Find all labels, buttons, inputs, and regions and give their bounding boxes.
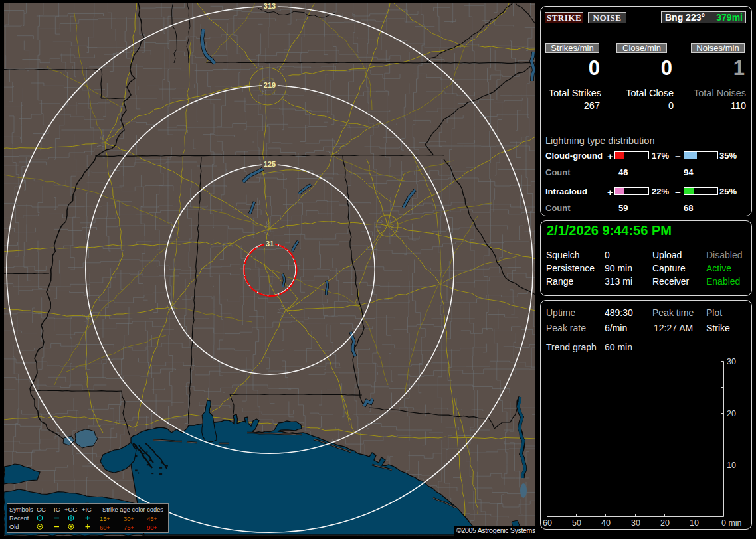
svg-text:60: 60: [543, 518, 552, 528]
svg-text:45+: 45+: [147, 516, 157, 522]
svg-text:20: 20: [727, 409, 736, 418]
svg-text:30+: 30+: [124, 516, 134, 522]
svg-text:60+: 60+: [100, 524, 110, 531]
svg-text:10: 10: [690, 518, 699, 528]
svg-text:219: 219: [264, 81, 276, 89]
svg-text:-CG: -CG: [35, 506, 46, 513]
svg-text:Recent: Recent: [9, 515, 29, 522]
svg-text:0 min: 0 min: [721, 518, 742, 528]
svg-text:+IC: +IC: [82, 506, 92, 513]
svg-text:Symbols: Symbols: [9, 506, 33, 513]
svg-text:125: 125: [264, 160, 276, 168]
svg-text:+CG: +CG: [64, 506, 77, 513]
svg-text:-IC: -IC: [52, 506, 60, 513]
svg-text:20: 20: [660, 518, 670, 528]
svg-text:90+: 90+: [147, 524, 157, 531]
svg-text:50: 50: [572, 518, 581, 528]
svg-text:40: 40: [601, 518, 611, 528]
svg-text:313: 313: [264, 2, 276, 10]
svg-text:31: 31: [266, 240, 274, 248]
svg-text:75+: 75+: [124, 524, 134, 531]
svg-text:Old: Old: [9, 524, 19, 530]
svg-text:©2005 Astrogenic Systems: ©2005 Astrogenic Systems: [456, 526, 535, 534]
svg-text:10: 10: [727, 461, 736, 470]
svg-text:30: 30: [631, 518, 640, 528]
svg-text:Strike age color codes: Strike age color codes: [102, 506, 163, 513]
svg-text:30: 30: [727, 357, 736, 366]
svg-text:15+: 15+: [100, 516, 110, 522]
